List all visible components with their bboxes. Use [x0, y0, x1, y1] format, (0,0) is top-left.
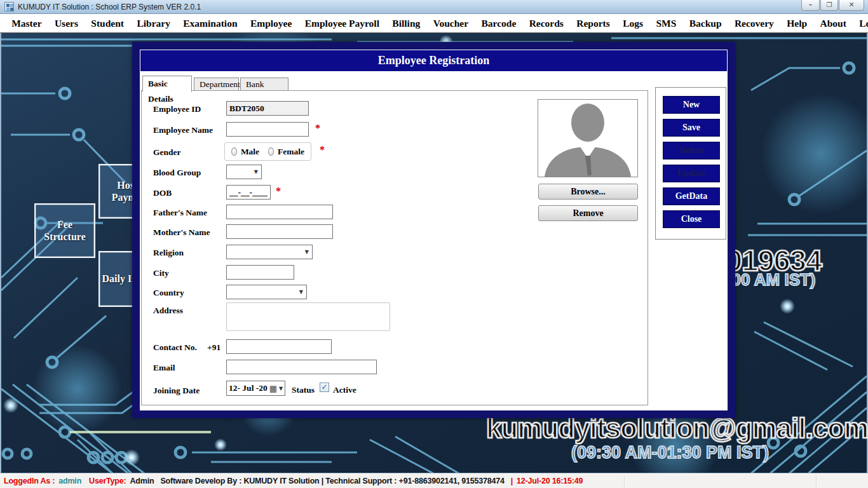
calendar-icon: ▦: [269, 384, 277, 393]
menu-help[interactable]: Help: [780, 18, 813, 29]
father-name-field[interactable]: [226, 205, 333, 219]
gender-required-marker: *: [320, 144, 325, 156]
city-label: City: [153, 268, 169, 278]
joining-date-value: 12- Jul -20: [227, 383, 269, 393]
basic-details-panel: Employee ID Employee Name * Gender Male …: [141, 90, 648, 405]
menu-student[interactable]: Student: [85, 18, 130, 29]
country-label: Country: [153, 288, 184, 298]
employee-photo-placeholder: [538, 99, 638, 177]
usertype-label: UserType:: [89, 477, 126, 485]
maximize-button[interactable]: ❐: [820, 0, 838, 11]
address-label: Address: [153, 306, 183, 316]
usertype-value: Admin: [130, 477, 154, 485]
menu-reports[interactable]: Reports: [570, 18, 616, 29]
mother-name-field[interactable]: [226, 224, 333, 239]
statusbar-panel-divider: [816, 475, 817, 487]
update-button[interactable]: Update: [663, 165, 720, 182]
contact-prefix: +91: [207, 342, 220, 353]
mother-name-label: Mother's Name: [153, 227, 210, 238]
contact-field[interactable]: [226, 339, 332, 354]
dob-required-marker: *: [276, 186, 281, 197]
employee-id-field[interactable]: [226, 101, 309, 116]
chevron-down-icon: ▼: [305, 249, 312, 255]
employee-registration-dialog: Employee Registration Basic Details Depa…: [132, 42, 735, 418]
getdata-button[interactable]: GetData: [663, 187, 720, 205]
status-label: Status: [292, 385, 315, 395]
window-titlebar: KUMUDY IT Solution : School ERP System V…: [0, 0, 868, 14]
menu-master[interactable]: Master: [5, 18, 48, 29]
menu-voucher[interactable]: Voucher: [426, 18, 475, 29]
minimize-button[interactable]: –: [801, 0, 820, 11]
employee-name-label: Employee Name: [153, 125, 213, 135]
remove-button[interactable]: Remove: [538, 205, 638, 221]
menu-logout[interactable]: Logout: [853, 18, 868, 29]
menu-employee-payroll[interactable]: Employee Payroll: [299, 18, 386, 29]
employee-name-field[interactable]: [226, 122, 309, 137]
contact-label: Contact No.: [153, 342, 197, 353]
religion-dropdown[interactable]: ▼: [226, 245, 313, 259]
delete-button[interactable]: Delete: [663, 142, 720, 159]
dob-field[interactable]: [226, 185, 271, 200]
father-name-label: Father's Name: [153, 208, 207, 218]
app-icon: [4, 2, 14, 11]
watermark-hours: (09:30 AM-01:30 PM IST): [571, 443, 769, 463]
blood-group-label: Blood Group: [153, 168, 201, 178]
shortcut-fee-structure[interactable]: Fee Structure: [34, 203, 95, 258]
status-bar: LoggedIn As : admin UserType: Admin Soft…: [0, 473, 868, 488]
status-checkbox[interactable]: ✓: [320, 383, 329, 392]
address-field[interactable]: [226, 302, 390, 331]
female-radio[interactable]: [268, 147, 274, 156]
country-dropdown[interactable]: ▼: [226, 285, 307, 299]
joining-date-label: Joining Date: [153, 386, 200, 396]
menu-backup[interactable]: Backup: [683, 18, 728, 29]
email-label: Email: [153, 363, 175, 373]
loggedin-user: admin: [58, 477, 81, 485]
developer-info: Software Develop By : KUMUDY IT Solution…: [160, 477, 504, 485]
status-datetime: 12-Jul-20 16:15:49: [517, 477, 583, 485]
chevron-down-icon: ▼: [299, 289, 306, 295]
chevron-down-icon: ▼: [254, 169, 261, 175]
status-separator: |: [511, 477, 513, 485]
menu-barcode[interactable]: Barcode: [475, 18, 522, 29]
tab-department[interactable]: Department: [194, 78, 239, 92]
menu-records[interactable]: Records: [522, 18, 570, 29]
statusbar-panel-divider: [624, 475, 625, 487]
action-button-panel: New Save Delete Update GetData Close: [655, 87, 726, 240]
blood-group-dropdown[interactable]: ▼: [226, 165, 262, 179]
status-checkbox-label: Active: [333, 385, 356, 395]
menu-sms[interactable]: SMS: [649, 18, 682, 29]
browse-button[interactable]: Browse...: [538, 184, 638, 200]
dialog-title: Employee Registration: [140, 50, 727, 71]
joining-date-picker[interactable]: 12- Jul -20 ▦ ▼: [226, 381, 285, 396]
chevron-down-icon: ▼: [279, 386, 283, 391]
female-radio-label: Female: [278, 147, 304, 157]
tab-bank-details[interactable]: Bank Details: [240, 78, 288, 92]
menu-recovery[interactable]: Recovery: [728, 18, 780, 29]
email-field[interactable]: [226, 360, 377, 374]
city-field[interactable]: [226, 265, 294, 280]
menu-users[interactable]: Users: [48, 18, 85, 29]
menu-logs[interactable]: Logs: [616, 18, 649, 29]
save-button[interactable]: Save: [663, 119, 720, 137]
gender-radio-group: Male Female: [224, 142, 311, 161]
religion-label: Religion: [153, 248, 184, 258]
loggedin-label: LoggedIn As :: [4, 477, 55, 485]
window-title: KUMUDY IT Solution : School ERP System V…: [18, 3, 201, 11]
dob-label: DOB: [153, 188, 172, 198]
male-radio-label: Male: [241, 147, 259, 157]
gender-label: Gender: [153, 147, 181, 158]
close-window-button[interactable]: ✕: [839, 0, 864, 11]
employee-name-required-marker: *: [315, 123, 320, 134]
tab-basic-details[interactable]: Basic Details: [142, 76, 192, 92]
new-button[interactable]: New: [663, 96, 720, 114]
close-button[interactable]: Close: [663, 210, 720, 228]
person-silhouette-icon: [538, 100, 637, 177]
menu-billing[interactable]: Billing: [386, 18, 426, 29]
menu-examination[interactable]: Examination: [177, 18, 244, 29]
menu-about[interactable]: About: [813, 18, 853, 29]
menu-bar: Master Users Student Library Examination…: [0, 14, 868, 33]
menu-library[interactable]: Library: [130, 18, 177, 29]
male-radio[interactable]: [231, 147, 237, 156]
menu-employee[interactable]: Employee: [244, 18, 299, 29]
